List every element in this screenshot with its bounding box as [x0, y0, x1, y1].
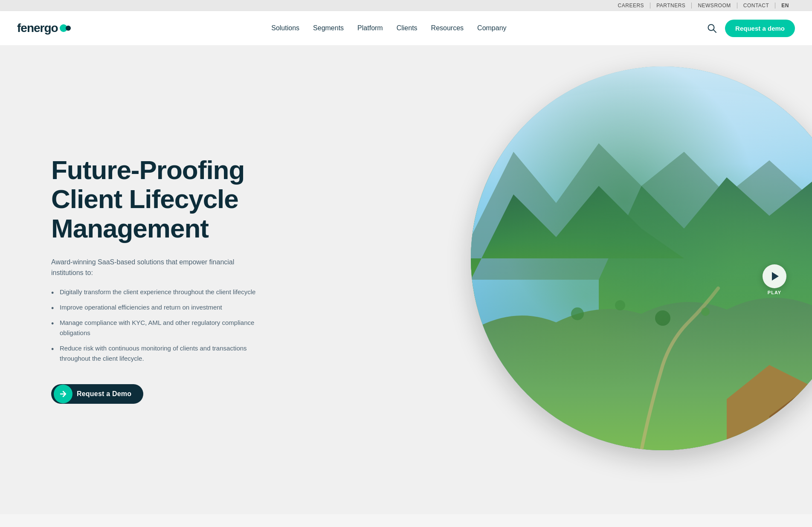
svg-line-1 [713, 30, 716, 32]
hero-image [471, 67, 812, 450]
nav-partners[interactable]: PARTNERS [650, 3, 692, 9]
play-triangle-icon [772, 272, 779, 281]
play-label: PLAY [768, 290, 781, 295]
logo-text: fenergo [17, 21, 58, 35]
hero-content: Future-Proofing Client Lifecycle Managem… [0, 122, 290, 438]
svg-point-3 [471, 88, 812, 258]
bullet-1: Digitally transform the client experienc… [51, 287, 256, 297]
search-icon [707, 23, 716, 33]
request-demo-button[interactable]: Request a demo [725, 20, 795, 37]
hero-cta-label: Request a Demo [77, 390, 131, 397]
main-header: fenergo Solutions Segments Platform Clie… [0, 11, 812, 45]
logo[interactable]: fenergo [17, 21, 71, 35]
main-nav: Solutions Segments Platform Clients Reso… [271, 24, 506, 32]
arrow-right-icon [54, 385, 72, 403]
nav-solutions[interactable]: Solutions [271, 24, 299, 32]
nav-resources[interactable]: Resources [431, 24, 464, 32]
svg-rect-2 [471, 67, 812, 450]
svg-point-5 [615, 300, 625, 310]
bullet-3: Manage compliance with KYC, AML and othe… [51, 318, 256, 338]
play-circle [763, 264, 786, 288]
header-right: Request a demo [707, 20, 795, 37]
hero-cta-button[interactable]: Request a Demo [51, 384, 143, 404]
language-selector[interactable]: EN [775, 3, 795, 9]
logo-dot-dark [66, 26, 71, 31]
nav-platform[interactable]: Platform [357, 24, 383, 32]
nav-clients[interactable]: Clients [397, 24, 418, 32]
hero-cta: Request a Demo [51, 384, 256, 404]
search-button[interactable] [707, 23, 716, 33]
nav-careers[interactable]: CAREERS [612, 3, 651, 9]
nav-contact[interactable]: CONTACT [737, 3, 776, 9]
bullet-4: Reduce risk with continuous monitoring o… [51, 343, 256, 364]
svg-point-6 [655, 310, 670, 326]
mountain-landscape [471, 67, 812, 450]
bullet-2: Improve operational efficiencies and ret… [51, 302, 256, 313]
hero-bullets: Digitally transform the client experienc… [51, 287, 256, 364]
nav-segments[interactable]: Segments [313, 24, 344, 32]
play-button[interactable]: PLAY [763, 264, 786, 295]
hero-title: Future-Proofing Client Lifecycle Managem… [51, 156, 256, 243]
svg-point-4 [571, 307, 584, 320]
nav-newsroom[interactable]: NEWSROOM [692, 3, 737, 9]
hero-section: Future-Proofing Client Lifecycle Managem… [0, 45, 812, 514]
hero-description: Award-winning SaaS-based solutions that … [51, 257, 256, 278]
top-bar: CAREERS PARTNERS NEWSROOM CONTACT EN [0, 0, 812, 11]
nav-company[interactable]: Company [477, 24, 506, 32]
svg-point-7 [701, 307, 710, 316]
